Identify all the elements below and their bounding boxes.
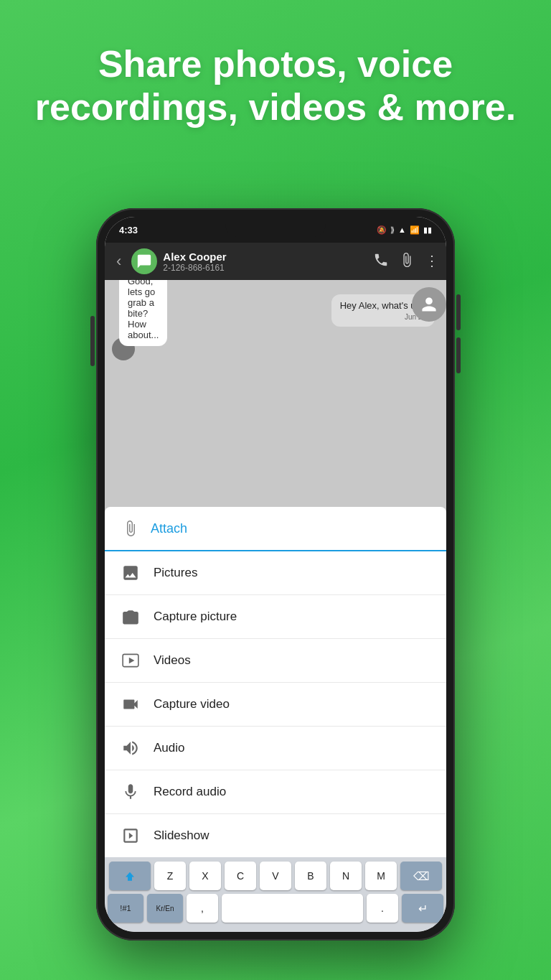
attach-item-record-audio[interactable]: Record audio [105, 770, 446, 814]
attach-menu-header: Attach [105, 507, 446, 551]
signal-icon: 📶 [410, 225, 420, 235]
phone-notch [225, 217, 326, 237]
app-bar: ‹ Alex Cooper 2-126-868-6161 [105, 243, 446, 280]
svg-marker-1 [129, 658, 135, 664]
capture-picture-label: Capture picture [154, 610, 237, 624]
keyboard-row-1: Z X C V B N M ⌫ [108, 862, 443, 890]
power-button [90, 316, 95, 366]
hero-heading: Share photos, voice recordings, videos &… [0, 43, 551, 129]
keyboard-row-2: !#1 Kr/En , . ↵ [108, 894, 443, 923]
back-button[interactable]: ‹ [112, 249, 126, 274]
attach-header-label: Attach [151, 521, 187, 536]
shift-key[interactable] [109, 862, 151, 890]
battery-icon: ▮▮ [423, 225, 432, 235]
slideshow-icon [119, 824, 142, 847]
audio-label: Audio [154, 741, 184, 755]
symbol-key[interactable]: !#1 [108, 894, 143, 923]
pictures-label: Pictures [154, 566, 197, 580]
received-message-text: Good, lets go grab a bite? How about... [128, 280, 159, 340]
attach-item-audio[interactable]: Audio [105, 727, 446, 770]
key-c[interactable]: C [225, 862, 256, 890]
comma-key[interactable]: , [187, 894, 218, 923]
contact-number: 2-126-868-6161 [163, 263, 367, 273]
attach-item-pictures[interactable]: Pictures [105, 551, 446, 595]
app-bar-actions: ⋮ [373, 252, 439, 271]
attach-menu: Attach Pictures [105, 507, 446, 857]
cast-icon: ⟫ [390, 225, 395, 235]
attach-button[interactable] [399, 252, 415, 271]
period-key[interactable]: . [367, 894, 398, 923]
attach-item-capture-picture[interactable]: Capture picture [105, 595, 446, 639]
sent-avatar [412, 287, 446, 322]
record-audio-label: Record audio [154, 785, 226, 799]
capture-video-label: Capture video [154, 697, 230, 711]
keyboard: Z X C V B N M ⌫ !#1 Kr/En , . ↵ [105, 857, 446, 932]
key-b[interactable]: B [295, 862, 326, 890]
key-v[interactable]: V [260, 862, 291, 890]
key-m[interactable]: M [365, 862, 397, 890]
key-z[interactable]: Z [154, 862, 186, 890]
received-message-container: Good, lets go grab a bite? How about... [112, 337, 135, 360]
received-message: Good, lets go grab a bite? How about... [119, 280, 167, 346]
pictures-icon [119, 561, 142, 584]
contact-avatar [131, 248, 157, 274]
audio-icon [119, 737, 142, 760]
delete-key[interactable]: ⌫ [400, 862, 442, 890]
status-icons: 🔕 ⟫ ▲ 📶 ▮▮ [377, 225, 432, 235]
status-time: 4:33 [119, 225, 138, 235]
contact-name: Alex Cooper [163, 251, 367, 263]
space-key[interactable] [222, 894, 363, 923]
record-audio-icon [119, 780, 142, 803]
more-options-button[interactable]: ⋮ [425, 252, 439, 271]
attach-item-slideshow[interactable]: Slideshow [105, 814, 446, 857]
volume-up-button [456, 294, 461, 330]
slideshow-label: Slideshow [154, 829, 209, 843]
notification-icon: 🔕 [377, 225, 387, 235]
videos-icon [119, 649, 142, 672]
message-time: Jun 28 [340, 313, 426, 321]
key-x[interactable]: X [189, 862, 221, 890]
chat-area: Hey Alex, what's up? Jun 28 Good, lets g… [105, 280, 446, 857]
capture-video-icon [119, 693, 142, 716]
videos-label: Videos [154, 653, 191, 668]
volume-down-button [456, 337, 461, 373]
attach-item-capture-video[interactable]: Capture video [105, 683, 446, 727]
language-key[interactable]: Kr/En [147, 894, 183, 923]
key-n[interactable]: N [330, 862, 362, 890]
enter-key[interactable]: ↵ [402, 894, 443, 923]
phone-mockup: 4:33 🔕 ⟫ ▲ 📶 ▮▮ ‹ Alex Coope [96, 208, 455, 941]
attach-header-icon [119, 517, 142, 540]
wifi-icon: ▲ [398, 225, 406, 234]
call-button[interactable] [373, 252, 389, 271]
attach-item-videos[interactable]: Videos [105, 639, 446, 683]
capture-picture-icon [119, 605, 142, 628]
contact-info: Alex Cooper 2-126-868-6161 [163, 251, 367, 273]
